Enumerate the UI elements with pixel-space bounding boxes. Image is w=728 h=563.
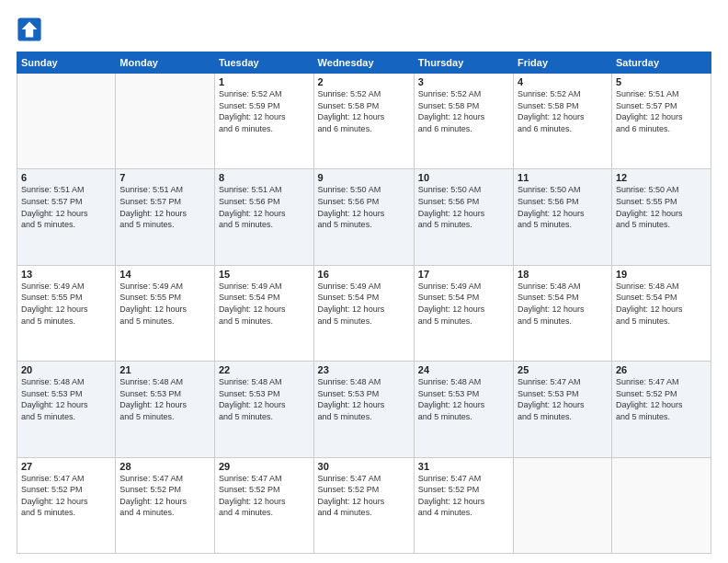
day-info: Sunrise: 5:48 AM Sunset: 5:53 PM Dayligh… — [418, 376, 509, 422]
logo-icon — [17, 17, 42, 42]
table-row: 20Sunrise: 5:48 AM Sunset: 5:53 PM Dayli… — [17, 362, 116, 457]
day-info: Sunrise: 5:52 AM Sunset: 5:58 PM Dayligh… — [518, 88, 608, 134]
calendar: Sunday Monday Tuesday Wednesday Thursday… — [17, 52, 711, 554]
calendar-week-row: 13Sunrise: 5:49 AM Sunset: 5:55 PM Dayli… — [17, 265, 711, 361]
day-number: 22 — [219, 364, 310, 375]
day-info: Sunrise: 5:51 AM Sunset: 5:57 PM Dayligh… — [119, 184, 210, 230]
day-info: Sunrise: 5:49 AM Sunset: 5:54 PM Dayligh… — [318, 281, 410, 327]
day-info: Sunrise: 5:47 AM Sunset: 5:52 PM Dayligh… — [318, 473, 410, 519]
header — [17, 17, 711, 42]
day-info: Sunrise: 5:49 AM Sunset: 5:55 PM Dayligh… — [119, 281, 210, 327]
calendar-week-row: 1Sunrise: 5:52 AM Sunset: 5:59 PM Daylig… — [17, 74, 711, 169]
day-number: 11 — [518, 172, 608, 183]
day-info: Sunrise: 5:50 AM Sunset: 5:55 PM Dayligh… — [616, 184, 707, 230]
day-number: 5 — [616, 76, 707, 87]
table-row: 30Sunrise: 5:47 AM Sunset: 5:52 PM Dayli… — [313, 457, 414, 553]
day-number: 15 — [219, 269, 310, 280]
day-number: 13 — [21, 269, 111, 280]
day-info: Sunrise: 5:48 AM Sunset: 5:53 PM Dayligh… — [21, 376, 111, 422]
day-info: Sunrise: 5:47 AM Sunset: 5:52 PM Dayligh… — [119, 473, 210, 519]
table-row: 19Sunrise: 5:48 AM Sunset: 5:54 PM Dayli… — [611, 265, 711, 361]
col-monday: Monday — [116, 52, 215, 74]
day-number: 16 — [318, 269, 410, 280]
day-number: 20 — [21, 364, 111, 375]
calendar-week-row: 27Sunrise: 5:47 AM Sunset: 5:52 PM Dayli… — [17, 457, 711, 553]
table-row: 25Sunrise: 5:47 AM Sunset: 5:53 PM Dayli… — [514, 362, 612, 457]
table-row — [611, 457, 711, 553]
page: Sunday Monday Tuesday Wednesday Thursday… — [0, 0, 728, 563]
day-info: Sunrise: 5:49 AM Sunset: 5:54 PM Dayligh… — [418, 281, 509, 327]
col-saturday: Saturday — [611, 52, 711, 74]
day-info: Sunrise: 5:47 AM Sunset: 5:53 PM Dayligh… — [518, 376, 608, 422]
day-info: Sunrise: 5:50 AM Sunset: 5:56 PM Dayligh… — [318, 184, 410, 230]
day-info: Sunrise: 5:48 AM Sunset: 5:54 PM Dayligh… — [518, 281, 608, 327]
day-number: 27 — [21, 461, 111, 472]
day-info: Sunrise: 5:47 AM Sunset: 5:52 PM Dayligh… — [616, 376, 707, 422]
logo — [17, 17, 44, 42]
day-info: Sunrise: 5:47 AM Sunset: 5:52 PM Dayligh… — [418, 473, 509, 519]
day-number: 14 — [119, 269, 210, 280]
table-row: 6Sunrise: 5:51 AM Sunset: 5:57 PM Daylig… — [17, 169, 116, 265]
calendar-header-row: Sunday Monday Tuesday Wednesday Thursday… — [17, 52, 711, 74]
table-row: 27Sunrise: 5:47 AM Sunset: 5:52 PM Dayli… — [17, 457, 116, 553]
day-number: 2 — [318, 76, 410, 87]
table-row: 29Sunrise: 5:47 AM Sunset: 5:52 PM Dayli… — [214, 457, 313, 553]
day-number: 12 — [616, 172, 707, 183]
day-info: Sunrise: 5:49 AM Sunset: 5:54 PM Dayligh… — [219, 281, 310, 327]
table-row: 10Sunrise: 5:50 AM Sunset: 5:56 PM Dayli… — [414, 169, 513, 265]
day-number: 8 — [219, 172, 310, 183]
col-tuesday: Tuesday — [214, 52, 313, 74]
day-number: 1 — [219, 76, 310, 87]
day-number: 4 — [518, 76, 608, 87]
col-wednesday: Wednesday — [313, 52, 414, 74]
day-info: Sunrise: 5:51 AM Sunset: 5:56 PM Dayligh… — [219, 184, 310, 230]
day-number: 24 — [418, 364, 509, 375]
col-sunday: Sunday — [17, 52, 116, 74]
table-row: 7Sunrise: 5:51 AM Sunset: 5:57 PM Daylig… — [116, 169, 215, 265]
table-row: 2Sunrise: 5:52 AM Sunset: 5:58 PM Daylig… — [313, 74, 414, 169]
day-info: Sunrise: 5:51 AM Sunset: 5:57 PM Dayligh… — [616, 88, 707, 134]
table-row: 23Sunrise: 5:48 AM Sunset: 5:53 PM Dayli… — [313, 362, 414, 457]
day-number: 23 — [318, 364, 410, 375]
day-number: 31 — [418, 461, 509, 472]
table-row: 26Sunrise: 5:47 AM Sunset: 5:52 PM Dayli… — [611, 362, 711, 457]
calendar-week-row: 6Sunrise: 5:51 AM Sunset: 5:57 PM Daylig… — [17, 169, 711, 265]
day-info: Sunrise: 5:48 AM Sunset: 5:54 PM Dayligh… — [616, 281, 707, 327]
table-row — [514, 457, 612, 553]
table-row: 16Sunrise: 5:49 AM Sunset: 5:54 PM Dayli… — [313, 265, 414, 361]
day-number: 9 — [318, 172, 410, 183]
day-info: Sunrise: 5:49 AM Sunset: 5:55 PM Dayligh… — [21, 281, 111, 327]
table-row: 3Sunrise: 5:52 AM Sunset: 5:58 PM Daylig… — [414, 74, 513, 169]
table-row: 14Sunrise: 5:49 AM Sunset: 5:55 PM Dayli… — [116, 265, 215, 361]
day-number: 3 — [418, 76, 509, 87]
day-info: Sunrise: 5:50 AM Sunset: 5:56 PM Dayligh… — [518, 184, 608, 230]
day-number: 29 — [219, 461, 310, 472]
table-row: 5Sunrise: 5:51 AM Sunset: 5:57 PM Daylig… — [611, 74, 711, 169]
day-number: 19 — [616, 269, 707, 280]
day-info: Sunrise: 5:47 AM Sunset: 5:52 PM Dayligh… — [219, 473, 310, 519]
table-row: 11Sunrise: 5:50 AM Sunset: 5:56 PM Dayli… — [514, 169, 612, 265]
day-number: 10 — [418, 172, 509, 183]
day-number: 17 — [418, 269, 509, 280]
day-info: Sunrise: 5:47 AM Sunset: 5:52 PM Dayligh… — [21, 473, 111, 519]
day-info: Sunrise: 5:48 AM Sunset: 5:53 PM Dayligh… — [119, 376, 210, 422]
table-row — [17, 74, 116, 169]
calendar-week-row: 20Sunrise: 5:48 AM Sunset: 5:53 PM Dayli… — [17, 362, 711, 457]
table-row: 12Sunrise: 5:50 AM Sunset: 5:55 PM Dayli… — [611, 169, 711, 265]
table-row: 8Sunrise: 5:51 AM Sunset: 5:56 PM Daylig… — [214, 169, 313, 265]
col-friday: Friday — [514, 52, 612, 74]
table-row: 1Sunrise: 5:52 AM Sunset: 5:59 PM Daylig… — [214, 74, 313, 169]
day-info: Sunrise: 5:52 AM Sunset: 5:58 PM Dayligh… — [418, 88, 509, 134]
table-row: 9Sunrise: 5:50 AM Sunset: 5:56 PM Daylig… — [313, 169, 414, 265]
day-number: 18 — [518, 269, 608, 280]
table-row: 24Sunrise: 5:48 AM Sunset: 5:53 PM Dayli… — [414, 362, 513, 457]
table-row: 13Sunrise: 5:49 AM Sunset: 5:55 PM Dayli… — [17, 265, 116, 361]
table-row: 18Sunrise: 5:48 AM Sunset: 5:54 PM Dayli… — [514, 265, 612, 361]
table-row: 17Sunrise: 5:49 AM Sunset: 5:54 PM Dayli… — [414, 265, 513, 361]
day-number: 6 — [21, 172, 111, 183]
table-row: 22Sunrise: 5:48 AM Sunset: 5:53 PM Dayli… — [214, 362, 313, 457]
day-info: Sunrise: 5:52 AM Sunset: 5:59 PM Dayligh… — [219, 88, 310, 134]
col-thursday: Thursday — [414, 52, 513, 74]
day-number: 30 — [318, 461, 410, 472]
day-info: Sunrise: 5:48 AM Sunset: 5:53 PM Dayligh… — [318, 376, 410, 422]
